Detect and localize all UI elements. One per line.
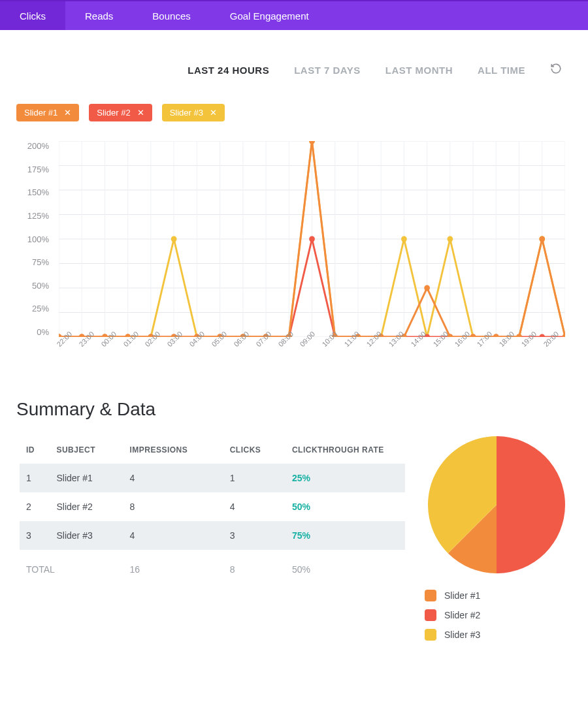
filter-chips: Slider #1✕Slider #2✕Slider #3✕ (10, 104, 578, 138)
tab-goal-engagement[interactable]: Goal Engagement (210, 1, 329, 30)
svg-point-94 (424, 285, 430, 291)
filter-chip[interactable]: Slider #1✕ (16, 104, 79, 121)
cell-impressions: 8 (123, 492, 223, 521)
svg-point-47 (401, 236, 407, 242)
time-range-month[interactable]: LAST MONTH (385, 65, 453, 76)
col-clicks: CLICKS (223, 436, 286, 464)
tab-bounces[interactable]: Bounces (133, 1, 210, 30)
total-impressions: 16 (123, 550, 223, 584)
x-tick-label: 22:00 (55, 328, 74, 348)
close-icon[interactable]: ✕ (210, 108, 217, 118)
pie-legend: Slider #1Slider #2Slider #3 (425, 590, 480, 648)
table-header-row: ID SUBJECT IMPRESSIONS CLICKS CLICKTHROU… (20, 436, 405, 464)
time-range-selector: LAST 24 HOURS LAST 7 DAYS LAST MONTH ALL… (10, 63, 578, 104)
time-range-24h[interactable]: LAST 24 HOURS (188, 65, 269, 76)
filter-chip[interactable]: Slider #2✕ (89, 104, 152, 121)
svg-point-76 (539, 334, 545, 338)
time-range-all[interactable]: ALL TIME (478, 65, 525, 76)
y-tick-label: 125% (16, 211, 49, 221)
svg-point-99 (539, 236, 545, 242)
chip-label: Slider #2 (97, 108, 130, 118)
pie-slice (497, 436, 565, 573)
y-tick-label: 50% (16, 281, 49, 291)
cell-subject: Slider #1 (50, 464, 123, 492)
cell-clicks: 1 (223, 464, 286, 492)
col-impressions: IMPRESSIONS (123, 436, 223, 464)
table-total-row: TOTAL16850% (20, 550, 405, 584)
y-tick-label: 150% (16, 187, 49, 197)
summary-table: ID SUBJECT IMPRESSIONS CLICKS CLICKTHROU… (20, 436, 405, 584)
cell-id: 1 (20, 464, 50, 492)
legend-item: Slider #1 (425, 590, 480, 601)
svg-point-37 (171, 236, 177, 242)
close-icon[interactable]: ✕ (137, 108, 144, 118)
total-clicks: 8 (223, 550, 286, 584)
y-tick-label: 100% (16, 234, 49, 244)
svg-point-66 (309, 236, 315, 242)
pie-chart (428, 436, 565, 573)
filter-chip[interactable]: Slider #3✕ (162, 104, 225, 121)
y-axis-labels: 200%175%150%125%100%75%50%25%0% (16, 141, 49, 337)
table-row: 1Slider #14125% (20, 464, 405, 492)
time-range-7d[interactable]: LAST 7 DAYS (294, 65, 361, 76)
col-id: ID (20, 436, 50, 464)
chip-label: Slider #1 (24, 108, 57, 118)
y-tick-label: 200% (16, 141, 49, 151)
chart-plot-area (59, 141, 565, 337)
x-axis-labels: 22:0023:0000:0001:0002:0003:0004:0005:00… (59, 339, 565, 347)
y-tick-label: 25% (16, 304, 49, 313)
svg-point-89 (309, 141, 315, 144)
cell-subject: Slider #3 (50, 521, 123, 550)
cell-id: 2 (20, 492, 50, 521)
legend-swatch (425, 629, 436, 641)
reset-icon[interactable] (550, 63, 562, 78)
pie-chart-area: Slider #1Slider #2Slider #3 (425, 436, 568, 648)
legend-item: Slider #3 (425, 629, 480, 641)
close-icon[interactable]: ✕ (64, 108, 71, 118)
line-chart: 200%175%150%125%100%75%50%25%0% 22:0023:… (10, 138, 578, 360)
tab-reads[interactable]: Reads (65, 1, 133, 30)
top-nav: Clicks Reads Bounces Goal Engagement (0, 0, 588, 30)
total-label: TOTAL (20, 550, 123, 584)
chip-label: Slider #3 (170, 108, 203, 118)
cell-impressions: 4 (123, 521, 223, 550)
cell-clicks: 4 (223, 492, 286, 521)
col-rate: CLICKTHROUGH RATE (286, 436, 405, 464)
table-row: 2Slider #28450% (20, 492, 405, 521)
summary-heading: Summary & Data (16, 399, 578, 420)
tab-clicks[interactable]: Clicks (0, 1, 65, 30)
cell-rate: 25% (286, 464, 405, 492)
cell-clicks: 3 (223, 521, 286, 550)
y-tick-label: 0% (16, 327, 49, 337)
total-rate: 50% (286, 550, 405, 584)
legend-label: Slider #2 (444, 610, 480, 620)
svg-point-49 (448, 236, 453, 242)
cell-rate: 50% (286, 492, 405, 521)
legend-label: Slider #1 (444, 590, 480, 601)
legend-swatch (425, 609, 436, 621)
svg-point-100 (563, 334, 565, 338)
legend-label: Slider #3 (444, 630, 480, 640)
y-tick-label: 175% (16, 165, 49, 174)
legend-swatch (425, 590, 436, 601)
cell-impressions: 4 (123, 464, 223, 492)
table-row: 3Slider #34375% (20, 521, 405, 550)
y-tick-label: 75% (16, 257, 49, 267)
legend-item: Slider #2 (425, 609, 480, 621)
cell-id: 3 (20, 521, 50, 550)
cell-rate: 75% (286, 521, 405, 550)
cell-subject: Slider #2 (50, 492, 123, 521)
svg-point-98 (516, 334, 522, 338)
col-subject: SUBJECT (50, 436, 123, 464)
